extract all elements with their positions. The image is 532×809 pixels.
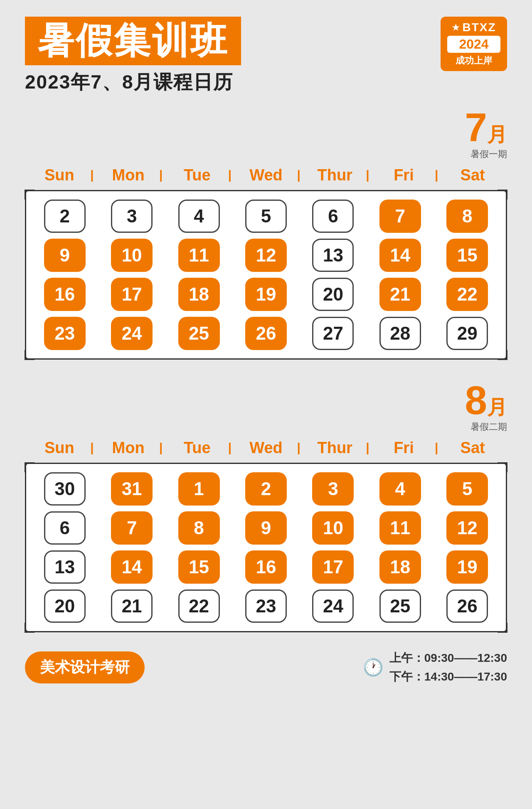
day-bubble: 28 <box>379 317 421 350</box>
day-cell: 8 <box>167 511 231 545</box>
day-cell: 25 <box>368 589 432 623</box>
morning-time: 上午：09:30——12:30 <box>389 649 507 668</box>
day-cell: 2 <box>33 200 96 233</box>
day-cell: 14 <box>100 550 163 584</box>
july-grid: 2345678910111213141516171819202122232425… <box>33 200 499 350</box>
day-cell: 17 <box>301 550 365 584</box>
day-bubble: 9 <box>44 239 86 272</box>
august-subtitle: 暑假二期 <box>25 421 507 433</box>
day-cell: 11 <box>368 511 432 545</box>
august-number: 8 <box>465 378 487 422</box>
logo-box: ★ BTXZ 2024 成功上岸 <box>441 17 507 71</box>
sub-title: 2023年7、8月课程日历 <box>25 69 241 95</box>
day-bubble: 18 <box>379 550 421 584</box>
day-cell: 21 <box>368 278 432 311</box>
day-bubble: 19 <box>446 550 488 584</box>
day-bubble: 24 <box>312 589 354 623</box>
day-bubble: 13 <box>312 239 354 272</box>
day-bubble: 12 <box>245 239 287 272</box>
day-cell: 19 <box>436 550 499 584</box>
day-cell: 26 <box>234 317 298 350</box>
day-cell: 6 <box>301 200 365 233</box>
august-section: 8月 暑假二期 Sun Mon Tue Wed Thur Fri Sat 303… <box>25 380 507 632</box>
july-day-headers: Sun Mon Tue Wed Thur Fri Sat <box>25 164 507 187</box>
logo-top: ★ BTXZ <box>447 21 500 34</box>
day-bubble: 17 <box>111 278 153 311</box>
main-title: 暑假集训班 <box>25 17 241 65</box>
day-cell: 30 <box>33 472 96 506</box>
time-text: 上午：09:30——12:30 下午：14:30——17:30 <box>389 649 507 686</box>
day-cell: 12 <box>234 239 298 272</box>
footer: 美术设计考研 🕐 上午：09:30——12:30 下午：14:30——17:30 <box>25 649 507 686</box>
day-cell: 29 <box>436 317 499 350</box>
day-bubble: 23 <box>44 317 86 350</box>
day-cell: 22 <box>167 589 231 623</box>
aug-day-header-sun: Sun <box>25 437 94 459</box>
day-cell: 4 <box>368 472 432 506</box>
day-bubble: 13 <box>44 550 86 584</box>
day-bubble: 6 <box>312 200 354 233</box>
august-grid-wrapper: 3031123456789101112131415161718192021222… <box>25 463 507 632</box>
day-bubble: 8 <box>178 511 220 545</box>
day-cell: 1 <box>167 472 231 506</box>
day-cell: 2 <box>234 472 298 506</box>
day-bubble: 23 <box>245 589 287 623</box>
day-bubble: 22 <box>178 589 220 623</box>
day-bubble: 18 <box>178 278 220 311</box>
day-bubble: 27 <box>312 317 354 350</box>
day-bubble: 25 <box>178 317 220 350</box>
day-bubble: 14 <box>379 239 421 272</box>
day-bubble: 4 <box>178 200 220 233</box>
august-char: 月 <box>487 396 507 418</box>
day-bubble: 6 <box>44 511 86 545</box>
afternoon-time: 下午：14:30——17:30 <box>389 668 507 686</box>
day-bubble: 7 <box>379 200 421 233</box>
july-char: 月 <box>487 123 507 146</box>
day-bubble: 5 <box>446 472 488 506</box>
day-bubble: 20 <box>312 278 354 311</box>
day-bubble: 16 <box>245 550 287 584</box>
day-cell: 20 <box>301 278 365 311</box>
logo-text: BTXZ <box>462 21 496 34</box>
day-header-wed: Wed <box>232 164 300 187</box>
day-bubble: 15 <box>178 550 220 584</box>
day-cell: 9 <box>234 511 298 545</box>
day-cell: 15 <box>167 550 231 584</box>
july-number: 7 <box>465 105 487 150</box>
day-cell: 16 <box>33 278 96 311</box>
day-bubble: 16 <box>44 278 86 311</box>
day-cell: 14 <box>368 239 432 272</box>
day-cell: 9 <box>33 239 96 272</box>
clock-icon: 🕐 <box>363 658 384 677</box>
day-bubble: 10 <box>312 511 354 545</box>
header: 暑假集训班 2023年7、8月课程日历 ★ BTXZ 2024 成功上岸 <box>25 17 507 95</box>
day-bubble: 21 <box>379 278 421 311</box>
day-cell: 3 <box>100 200 163 233</box>
day-bubble: 2 <box>245 472 287 506</box>
day-cell: 21 <box>100 589 163 623</box>
day-bubble: 11 <box>379 511 421 545</box>
aug-day-header-wed: Wed <box>232 437 300 459</box>
day-cell: 16 <box>234 550 298 584</box>
page: 暑假集训班 2023年7、8月课程日历 ★ BTXZ 2024 成功上岸 7月 … <box>0 0 532 809</box>
day-bubble: 29 <box>446 317 488 350</box>
day-header-thur: Thur <box>300 164 369 187</box>
day-bubble: 19 <box>245 278 287 311</box>
day-cell: 20 <box>33 589 96 623</box>
aug-day-header-tue: Tue <box>163 437 232 459</box>
day-header-sat: Sat <box>438 164 507 187</box>
day-bubble: 30 <box>44 472 86 506</box>
aug-day-header-mon: Mon <box>94 437 163 459</box>
logo-slogan: 成功上岸 <box>447 54 500 67</box>
day-cell: 13 <box>33 550 96 584</box>
footer-tag: 美术设计考研 <box>25 651 145 683</box>
july-grid-wrapper: 2345678910111213141516171819202122232425… <box>25 190 507 360</box>
day-bubble: 14 <box>111 550 153 584</box>
day-bubble: 2 <box>44 200 86 233</box>
day-cell: 23 <box>234 589 298 623</box>
day-bubble: 12 <box>446 511 488 545</box>
day-bubble: 3 <box>312 472 354 506</box>
day-cell: 7 <box>100 511 163 545</box>
day-cell: 13 <box>301 239 365 272</box>
day-bubble: 24 <box>111 317 153 350</box>
